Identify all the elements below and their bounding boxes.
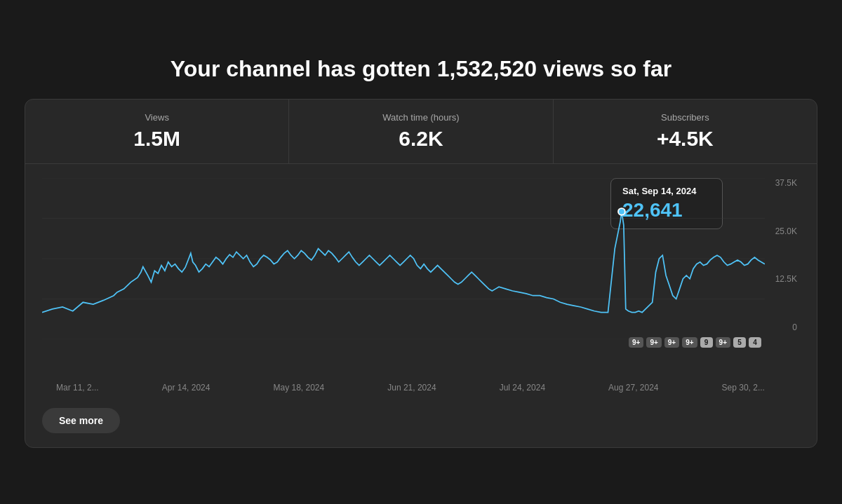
x-label-3: May 18, 2024 [273,383,324,393]
x-label-6: Aug 27, 2024 [608,383,658,393]
badge-8: 4 [749,337,761,348]
chart-section: 37.5K 25.0K 12.5K 0 Sat, Sep 14, 2024 22… [25,164,817,400]
badge-4: 9+ [682,337,697,348]
x-axis: Mar 11, 2... Apr 14, 2024 May 18, 2024 J… [42,377,800,393]
badge-5: 9 [700,337,713,348]
views-stat: Views 1.5M [25,100,289,163]
see-more-section: See more [25,400,817,447]
badge-3: 9+ [664,337,679,348]
y-label-1: 37.5K [775,178,797,188]
x-label-1: Mar 11, 2... [56,383,99,393]
dashboard-card: Views 1.5M Watch time (hours) 6.2K Subsc… [25,99,817,448]
x-label-5: Jul 24, 2024 [500,383,545,393]
badge-6: 9+ [716,337,730,348]
y-label-2: 25.0K [775,226,797,236]
badges-row: 9+ 9+ 9+ 9+ 9 9+ 5 4 [629,337,761,348]
chart-dot [618,208,625,215]
badge-2: 9+ [646,337,661,348]
watch-label: Watch time (hours) [306,112,535,123]
x-label-4: Jun 21, 2024 [387,383,436,393]
badge-7: 5 [733,337,746,348]
y-axis: 37.5K 25.0K 12.5K 0 [775,178,800,332]
subscribers-stat: Subscribers +4.5K [554,100,817,163]
watch-value: 6.2K [306,127,535,151]
subs-label: Subscribers [570,112,800,123]
subs-value: +4.5K [570,127,800,151]
badge-1: 9+ [629,337,643,348]
x-label-2: Apr 14, 2024 [162,383,210,393]
y-label-3: 12.5K [775,274,797,284]
stats-row: Views 1.5M Watch time (hours) 6.2K Subsc… [25,100,817,164]
page-title: Your channel has gotten 1,532,520 views … [171,56,671,82]
chart-container: 37.5K 25.0K 12.5K 0 Sat, Sep 14, 2024 22… [42,178,800,374]
views-value: 1.5M [42,127,272,151]
watch-time-stat: Watch time (hours) 6.2K [289,100,553,163]
page-wrapper: Your channel has gotten 1,532,520 views … [0,0,842,504]
see-more-button[interactable]: See more [42,408,120,433]
views-label: Views [42,112,272,123]
x-label-7: Sep 30, 2... [722,383,765,393]
chart-svg [42,178,765,339]
y-label-4: 0 [775,322,797,332]
